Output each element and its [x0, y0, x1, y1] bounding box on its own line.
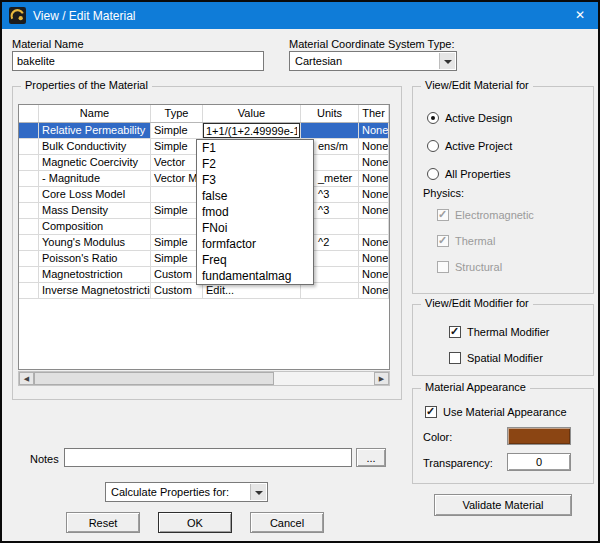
ok-button[interactable]: OK — [158, 512, 232, 533]
coordinate-system-value: Cartesian — [295, 55, 342, 67]
radio-icon — [427, 140, 439, 152]
radio-active-project[interactable]: Active Project — [427, 139, 512, 153]
material-name-label: Material Name — [12, 38, 84, 50]
checkbox-label: Use Material Appearance — [443, 406, 567, 418]
material-appearance-groupbox: Material Appearance Use Material Appeara… — [412, 388, 594, 484]
cell-units — [301, 123, 359, 138]
cancel-button[interactable]: Cancel — [250, 512, 324, 533]
header-units: Units — [301, 105, 359, 122]
material-property-row[interactable]: Relative Permeability Simple None — [19, 123, 389, 139]
cell-thermal: None — [359, 171, 389, 186]
row-selector-cell — [19, 267, 39, 282]
chevron-down-icon — [250, 484, 266, 500]
checkbox-icon — [449, 326, 461, 338]
cell-type: Custom — [151, 283, 203, 298]
row-selector-cell — [19, 251, 39, 266]
close-icon[interactable]: ✕ — [575, 8, 585, 22]
coordinate-system-combo[interactable]: Cartesian — [289, 51, 457, 71]
view-edit-material-groupbox: View/Edit Material for Active Design Act… — [412, 86, 594, 294]
cell-units — [301, 283, 359, 298]
checkbox-thermal: Thermal — [437, 234, 495, 248]
cell-thermal: None — [359, 123, 389, 138]
scroll-right-icon[interactable]: ▶ — [374, 372, 389, 385]
autocomplete-item[interactable]: formfactor — [197, 236, 313, 252]
radio-active-design[interactable]: Active Design — [427, 111, 512, 125]
chevron-down-icon — [439, 53, 455, 69]
row-selector-cell — [19, 187, 39, 202]
row-selector-cell — [19, 283, 39, 298]
autocomplete-item[interactable]: false — [197, 188, 313, 204]
checkbox-icon — [425, 406, 437, 418]
properties-group-title: Properties of the Material — [21, 79, 152, 91]
color-label: Color: — [423, 431, 452, 443]
autocomplete-item[interactable]: F2 — [197, 156, 313, 172]
material-name-input[interactable] — [12, 51, 264, 71]
cell-name: Relative Permeability — [39, 123, 151, 138]
validate-material-button[interactable]: Validate Material — [434, 494, 572, 516]
row-selector-cell — [19, 155, 39, 170]
scroll-left-icon[interactable]: ◀ — [19, 372, 34, 385]
autocomplete-item[interactable]: Freq — [197, 252, 313, 268]
cell-thermal: None — [359, 187, 389, 202]
autocomplete-item[interactable]: fmod — [197, 204, 313, 220]
checkbox-thermal-modifier[interactable]: Thermal Modifier — [449, 325, 550, 339]
checkbox-structural: Structural — [437, 260, 502, 274]
calculate-properties-combo[interactable]: Calculate Properties for: — [105, 482, 268, 502]
autocomplete-popup: F1 F2 F3 false fmod FNoi formfactor Freq… — [196, 139, 314, 285]
cell-value-edit-button[interactable]: Edit... — [203, 283, 301, 298]
material-appearance-group-title: Material Appearance — [421, 381, 530, 393]
header-value: Value — [203, 105, 301, 122]
color-swatch-button[interactable] — [507, 427, 571, 445]
cell-value — [203, 123, 301, 138]
notes-input[interactable] — [64, 448, 352, 467]
scrollbar-thumb[interactable] — [34, 372, 274, 385]
notes-label: Notes — [30, 453, 59, 465]
coordinate-system-label: Material Coordinate System Type: — [289, 38, 454, 50]
notes-browse-button[interactable]: ... — [356, 448, 386, 467]
cell-type: Simple — [151, 123, 203, 138]
cell-name: Bulk Conductivity — [39, 139, 151, 154]
view-edit-modifier-groupbox: View/Edit Modifier for Thermal Modifier … — [412, 304, 594, 376]
cell-name: Magnetic Coercivity — [39, 155, 151, 170]
reset-button[interactable]: Reset — [66, 512, 140, 533]
row-selector-cell — [19, 123, 39, 138]
horizontal-scrollbar[interactable]: ◀ ▶ — [18, 371, 390, 386]
autocomplete-item[interactable]: fundamentalmag — [197, 268, 313, 284]
dialog-view-edit-material: View / Edit Material ✕ Material Name Mat… — [0, 0, 600, 543]
cell-name: Composition — [39, 219, 151, 234]
row-selector-cell — [19, 235, 39, 250]
autocomplete-item[interactable]: F3 — [197, 172, 313, 188]
radio-label: Active Project — [445, 140, 512, 152]
checkbox-icon — [437, 209, 449, 221]
transparency-label: Transparency: — [423, 457, 493, 469]
transparency-value-button[interactable]: 0 — [507, 453, 571, 471]
window-title: View / Edit Material — [33, 9, 136, 23]
cell-name: Magnetostriction — [39, 267, 151, 282]
view-edit-material-group-title: View/Edit Material for — [421, 79, 533, 91]
physics-label: Physics: — [423, 187, 464, 199]
checkbox-spatial-modifier[interactable]: Spatial Modifier — [449, 351, 543, 365]
cell-name: Mass Density — [39, 203, 151, 218]
cell-thermal: None — [359, 283, 389, 298]
autocomplete-item[interactable]: FNoi — [197, 220, 313, 236]
cell-name: Poisson's Ratio — [39, 251, 151, 266]
cell-name: Core Loss Model — [39, 187, 151, 202]
radio-all-properties[interactable]: All Properties — [427, 167, 510, 181]
radio-label: Active Design — [445, 112, 512, 124]
checkbox-icon — [437, 261, 449, 273]
value-edit-input[interactable] — [203, 123, 300, 138]
checkbox-electromagnetic: Electromagnetic — [437, 208, 534, 222]
cell-thermal: None — [359, 203, 389, 218]
header-thermal: Ther — [359, 105, 389, 122]
autocomplete-item[interactable]: F1 — [197, 140, 313, 156]
radio-icon — [427, 168, 439, 180]
radio-icon — [427, 112, 439, 124]
checkbox-icon — [449, 352, 461, 364]
material-property-row[interactable]: Inverse Magnetostriction Custom Edit... … — [19, 283, 389, 299]
cell-thermal — [359, 219, 389, 234]
checkbox-icon — [437, 235, 449, 247]
view-edit-modifier-group-title: View/Edit Modifier for — [421, 297, 533, 309]
checkbox-use-material-appearance[interactable]: Use Material Appearance — [425, 405, 567, 419]
cell-name: Inverse Magnetostriction — [39, 283, 151, 298]
row-selector-cell — [19, 139, 39, 154]
